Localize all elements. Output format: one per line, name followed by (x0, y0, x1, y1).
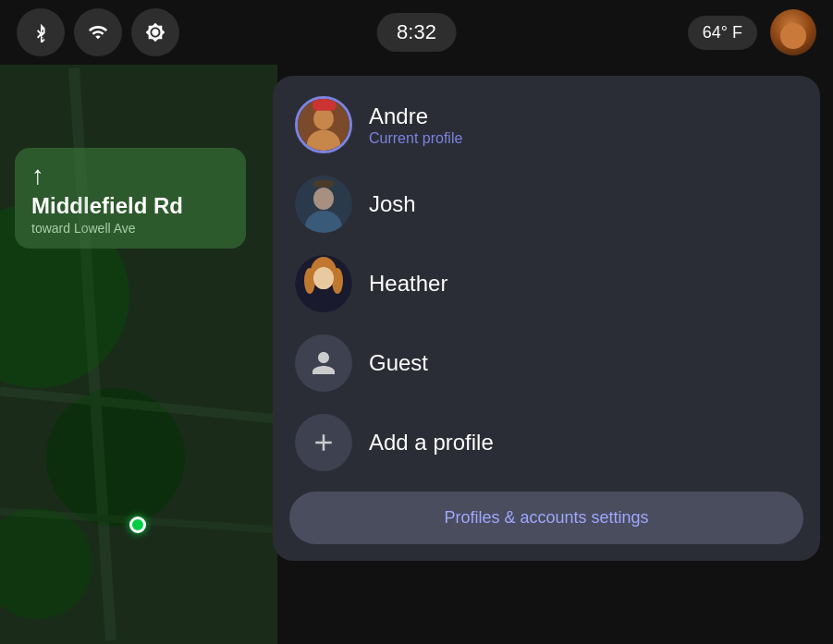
profile-item-heather[interactable]: Heather (273, 244, 820, 323)
andre-info: Andre Current profile (369, 103, 462, 147)
heather-info: Heather (369, 271, 447, 297)
brightness-button[interactable] (131, 8, 179, 56)
svg-rect-6 (312, 99, 336, 111)
current-user-avatar[interactable] (770, 9, 816, 55)
temperature-badge: 64° F (688, 16, 757, 50)
person-icon (310, 349, 337, 377)
avatar-heather (295, 255, 352, 312)
svg-point-17 (313, 267, 334, 289)
signal-button[interactable] (74, 8, 122, 56)
profile-item-add[interactable]: Add a profile (273, 403, 820, 482)
svg-rect-10 (313, 180, 334, 188)
status-bar: 8:32 64° F (0, 0, 833, 65)
plus-icon (310, 429, 337, 456)
profile-item-guest[interactable]: Guest (273, 323, 820, 403)
status-icons-left (17, 8, 179, 56)
add-profile-icon-circle (295, 414, 352, 471)
time-display: 8:32 (397, 20, 436, 43)
profile-item-andre[interactable]: Andre Current profile (273, 85, 820, 164)
map-marker (129, 516, 146, 533)
andre-name: Andre (369, 103, 462, 129)
guest-name: Guest (369, 350, 428, 376)
add-profile-name: Add a profile (369, 430, 494, 456)
guest-icon-circle (295, 334, 352, 392)
josh-info: Josh (369, 191, 416, 217)
profile-item-josh[interactable]: Josh (273, 164, 820, 244)
map-background: ↑ Middlefield Rd toward Lowell Ave (0, 65, 277, 644)
svg-point-16 (332, 268, 343, 294)
josh-name: Josh (369, 191, 416, 217)
guest-info: Guest (369, 350, 428, 376)
svg-point-8 (313, 188, 334, 210)
svg-line-0 (74, 68, 111, 641)
profile-dropdown: Andre Current profile Josh (273, 76, 820, 561)
bluetooth-button[interactable] (17, 8, 65, 56)
status-right: 64° F (688, 9, 816, 55)
heather-name: Heather (369, 271, 447, 297)
add-profile-info: Add a profile (369, 430, 494, 456)
clock: 8:32 (376, 13, 457, 52)
svg-line-1 (0, 392, 277, 419)
svg-point-15 (304, 268, 315, 294)
andre-subtitle: Current profile (369, 130, 462, 147)
avatar-andre (295, 96, 352, 153)
avatar-josh (295, 176, 352, 233)
profiles-settings-button[interactable]: Profiles & accounts settings (289, 492, 803, 544)
svg-point-4 (313, 108, 334, 129)
